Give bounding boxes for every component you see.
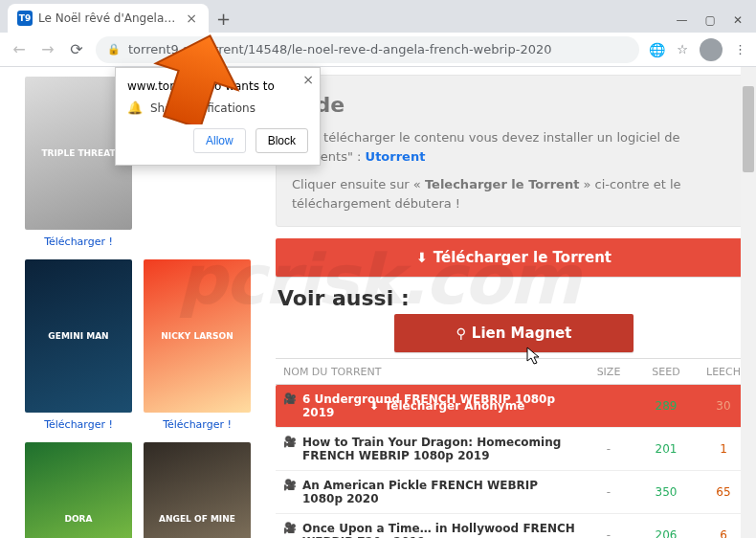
table-row[interactable]: 🎥6 Underground FRENCH WEBRIP 1080p 2019 … <box>276 385 752 428</box>
poster-image: ANGEL OF MINE <box>144 442 251 538</box>
bookmark-icon[interactable]: ☆ <box>677 42 688 56</box>
block-button[interactable]: Block <box>256 128 308 153</box>
browser-toolbar: ← → ⟳ 🔒 torrent9.so/torrent/14548/le-noe… <box>0 33 756 67</box>
table-row[interactable]: 🎥Once Upon a Time… in Hollywood FRENCH W… <box>276 514 752 538</box>
table-header: NOM DU TORRENT SIZE SEED LEECH <box>276 358 752 385</box>
col-name-header: NOM DU TORRENT <box>276 366 580 378</box>
download-link[interactable]: Télécharger ! <box>44 235 113 248</box>
video-icon: 🎥 <box>283 522 297 538</box>
bell-icon: 🔔 <box>127 101 143 115</box>
magnet-link-button[interactable]: ⚲Lien Magnet <box>394 314 634 352</box>
page-content: TRIPLE THREATTélécharger ! GEMINI MANTél… <box>0 67 756 538</box>
vertical-scrollbar[interactable] <box>741 67 756 538</box>
download-anon-button[interactable]: ⬇Télécharger Anonyme <box>352 385 542 427</box>
poster-image: NICKY LARSON <box>144 259 251 413</box>
video-icon: 🎥 <box>283 436 297 462</box>
translate-icon[interactable]: 🌐 <box>649 42 665 57</box>
help-paragraph-1: Pour télécharger le contenu vous devez i… <box>292 128 736 166</box>
col-size-header: SIZE <box>580 366 637 378</box>
reload-button[interactable]: ⟳ <box>67 40 86 59</box>
window-controls: — ▢ ✕ <box>677 13 748 33</box>
section-heading: Voir aussi : <box>278 286 752 310</box>
magnet-icon: ⚲ <box>456 325 466 341</box>
tab-favicon: T9 <box>17 11 33 26</box>
window-titlebar: T9 Le Noël rêvé d'Angela FRENCH W × + — … <box>0 0 756 33</box>
help-paragraph-2: Cliquer ensuite sur « Telecharger le Tor… <box>292 175 736 213</box>
poster-image: DORA <box>25 442 132 538</box>
back-button[interactable]: ← <box>10 40 29 59</box>
close-icon[interactable]: × <box>302 72 314 87</box>
help-card: Aide Pour télécharger le contenu vous de… <box>276 75 752 227</box>
download-link[interactable]: Télécharger ! <box>163 418 232 431</box>
browser-tab[interactable]: T9 Le Noël rêvé d'Angela FRENCH W × <box>8 4 209 33</box>
utorrent-link[interactable]: Utorrent <box>366 149 426 164</box>
table-row[interactable]: 🎥How to Train Your Dragon: Homecoming FR… <box>276 428 752 471</box>
minimize-icon[interactable]: — <box>677 13 688 27</box>
poster-image: GEMINI MAN <box>25 259 132 413</box>
poster-item[interactable]: GEMINI MANTélécharger ! <box>25 259 132 431</box>
menu-icon[interactable]: ⋮ <box>734 42 746 56</box>
table-row[interactable]: 🎥An American Pickle FRENCH WEBRIP 1080p … <box>276 471 752 514</box>
tab-title: Le Noël rêvé d'Angela FRENCH W <box>38 11 178 25</box>
download-icon: ⬇ <box>416 250 428 265</box>
profile-avatar[interactable] <box>700 38 723 61</box>
forward-button[interactable]: → <box>38 40 57 59</box>
maximize-icon[interactable]: ▢ <box>705 13 716 27</box>
scrollbar-thumb[interactable] <box>743 86 754 172</box>
video-icon: 🎥 <box>283 392 297 419</box>
col-seed-header: SEED <box>637 366 695 378</box>
main-column: Aide Pour télécharger le contenu vous de… <box>268 67 756 538</box>
poster-item[interactable]: NICKY LARSONTélécharger ! <box>144 259 251 431</box>
allow-button[interactable]: Allow <box>193 128 246 153</box>
download-torrent-button[interactable]: ⬇Télécharger le Torrent <box>276 238 752 277</box>
lock-icon: 🔒 <box>107 43 121 56</box>
download-icon: ⬇ <box>369 399 379 413</box>
download-link[interactable]: Télécharger ! <box>44 418 113 431</box>
poster-item[interactable]: ANGEL OF MINETélécharger ! <box>144 442 251 538</box>
close-icon[interactable]: ✕ <box>733 13 743 27</box>
new-tab-button[interactable]: + <box>209 9 238 29</box>
poster-item[interactable]: DORATélécharger ! <box>25 442 132 538</box>
pointer-arrow-overlay <box>148 34 244 127</box>
video-icon: 🎥 <box>283 479 297 505</box>
help-title: Aide <box>292 89 736 121</box>
tab-close-icon[interactable]: × <box>184 9 199 28</box>
